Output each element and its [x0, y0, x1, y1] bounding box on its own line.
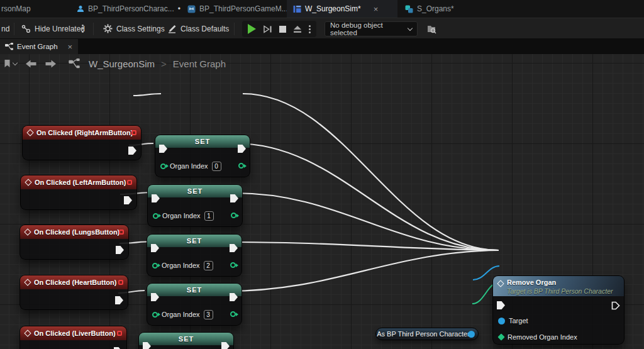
- delegate-pin[interactable]: [127, 180, 132, 185]
- pin-label: Organ Index: [162, 212, 201, 219]
- organ-index-value-field[interactable]: 1: [204, 211, 214, 221]
- node-as-bp-third-person-character[interactable]: As BP Third Person Character: [375, 328, 479, 340]
- tab-bp-thirdpersoncharacter[interactable]: BP_ThirdPersonCharac... •: [70, 0, 187, 18]
- delegate-pin[interactable]: [118, 280, 123, 285]
- close-icon[interactable]: ×: [374, 4, 379, 14]
- vertical-dots-icon: [82, 25, 84, 33]
- organ-index-in-pin[interactable]: [153, 213, 158, 219]
- organ-index-value-field[interactable]: 3: [204, 310, 213, 319]
- event-node-header: On Clicked (LungsButton): [20, 225, 128, 239]
- cast-out-pin[interactable]: [468, 331, 475, 338]
- delegate-pin[interactable]: [131, 130, 136, 135]
- class-settings-button[interactable]: Class Settings: [103, 18, 165, 39]
- widget-icon: [293, 5, 301, 13]
- debug-object-dropdown[interactable]: No debug object selected: [325, 21, 418, 36]
- organ-index-value-field[interactable]: 2: [204, 261, 213, 270]
- hide-unrelated-icon: [21, 25, 31, 33]
- node-onclicked-lungsbutton[interactable]: On Clicked (LungsButton): [19, 224, 129, 260]
- event-icon: [26, 129, 33, 136]
- exec-in-pin[interactable]: [497, 301, 505, 309]
- gear-icon: [103, 24, 113, 33]
- wire-exec[interactable]: [243, 94, 499, 250]
- tab-s-organs[interactable]: S_Organs*: [399, 0, 460, 18]
- breadcrumb-current[interactable]: Event Graph: [173, 58, 226, 69]
- value-out-pin[interactable]: [230, 311, 236, 317]
- unreal-blueprint-editor: rsonMap BP_ThirdPersonCharac... • BP_Thi…: [0, 0, 644, 349]
- debug-object-label: No debug object selected: [330, 21, 408, 36]
- breadcrumb-root[interactable]: W_SurgeonSim: [89, 58, 155, 69]
- node-set-organ-index-0[interactable]: SET Organ Index 0: [155, 135, 250, 177]
- tab-label: BP_ThirdPersonGameM...: [199, 4, 288, 13]
- chevron-down-icon: [13, 60, 18, 65]
- wire-exec[interactable]: [235, 193, 499, 250]
- node-onclicked-liverbutton[interactable]: On Clicked (LiverButton): [19, 326, 127, 349]
- organ-index-in-pin[interactable]: [160, 163, 166, 169]
- frame-skip-icon[interactable]: [263, 25, 272, 34]
- target-pin[interactable]: [498, 318, 505, 324]
- node-set-organ-index-3[interactable]: SET Organ Index 3: [147, 283, 242, 326]
- wire-exec[interactable]: [235, 143, 499, 250]
- event-icon: [24, 279, 31, 285]
- event-graph-tab[interactable]: Event Graph ×: [0, 39, 78, 54]
- tab-label: S_Organs*: [417, 4, 454, 13]
- graph-icon: [69, 58, 80, 69]
- play-icon[interactable]: [248, 24, 256, 34]
- stop-icon[interactable]: [279, 26, 286, 33]
- delegate-pin[interactable]: [119, 230, 124, 235]
- event-icon: [24, 330, 31, 336]
- tab-bp-thirdpersongamemode[interactable]: BP_ThirdPersonGameM...: [181, 0, 294, 18]
- node-set-organ-index-2[interactable]: SET Organ Index 2: [147, 234, 242, 277]
- toolbar-separator: [93, 23, 94, 35]
- node-title: On Clicked (LeftArmButton): [35, 179, 126, 186]
- browse-search-icon: [426, 24, 437, 34]
- pin-label: Organ Index: [170, 162, 208, 170]
- tab-thirdpersonmap[interactable]: rsonMap: [0, 0, 37, 18]
- value-out-pin[interactable]: [231, 213, 236, 218]
- find-label: nd: [1, 25, 9, 33]
- tab-w-surgeonsim[interactable]: W_SurgeonSim* ×: [287, 0, 397, 18]
- wire-exec[interactable]: [133, 94, 161, 96]
- find-button-partial[interactable]: nd: [1, 18, 9, 39]
- play-controls: [242, 21, 316, 37]
- exec-out-pin[interactable]: [124, 196, 132, 204]
- hide-unrelated-button[interactable]: Hide Unrelated: [21, 18, 85, 39]
- node-onclicked-leftarmbutton[interactable]: On Clicked (LeftArmButton): [20, 175, 137, 210]
- node-title: On Clicked (LiverButton): [34, 330, 116, 337]
- pin-label: Target: [509, 317, 528, 324]
- vertical-dots-icon[interactable]: [309, 25, 311, 33]
- class-defaults-button[interactable]: Class Defaults: [167, 18, 229, 39]
- debug-browse-button[interactable]: [426, 18, 437, 39]
- set-node-header: SET: [155, 135, 250, 148]
- organ-index-in-pin[interactable]: [152, 263, 158, 269]
- removed-organ-index-pin[interactable]: [497, 333, 504, 340]
- close-icon[interactable]: ×: [68, 42, 73, 52]
- value-out-pin[interactable]: [230, 262, 236, 268]
- node-onclicked-rightarmbutton[interactable]: On Clicked (RightArmButton): [22, 125, 142, 160]
- value-out-pin[interactable]: [238, 163, 244, 169]
- hide-unrelated-options-button[interactable]: [82, 18, 84, 39]
- bookmarks-button[interactable]: [4, 59, 17, 68]
- set-node-header: SET: [139, 333, 233, 345]
- wire-exec[interactable]: [235, 242, 499, 250]
- exec-out-pin[interactable]: [128, 147, 136, 155]
- node-set-organ-index-1[interactable]: SET Organ Index 1: [147, 184, 243, 227]
- toolbar-separator: [234, 23, 235, 35]
- exec-out-pin[interactable]: [611, 301, 620, 310]
- node-onclicked-heartbutton[interactable]: On Clicked (HeartButton): [19, 275, 128, 310]
- wrench-pencil-icon: [167, 25, 177, 33]
- document-tab-bar: rsonMap BP_ThirdPersonCharac... • BP_Thi…: [0, 0, 644, 18]
- delegate-pin[interactable]: [117, 331, 122, 336]
- exec-out-pin[interactable]: [115, 296, 123, 304]
- wire-exec[interactable]: [226, 250, 499, 291]
- organ-index-in-pin[interactable]: [152, 312, 158, 318]
- toolbar-separator: [14, 23, 14, 35]
- eject-icon[interactable]: [293, 25, 302, 33]
- forward-arrow-icon[interactable]: [45, 60, 56, 68]
- event-graph-canvas[interactable]: W_SurgeonSim > Event Graph: [0, 54, 644, 349]
- organ-index-value-field[interactable]: 0: [212, 162, 221, 171]
- exec-out-pin[interactable]: [116, 246, 124, 254]
- back-arrow-icon[interactable]: [26, 60, 36, 68]
- node-remove-organ[interactable]: Remove Organ Target is BP Third Person C…: [492, 275, 625, 345]
- event-node-header: On Clicked (HeartButton): [20, 275, 128, 289]
- node-set-organ-index-4[interactable]: SET Organ Index 4: [138, 332, 234, 349]
